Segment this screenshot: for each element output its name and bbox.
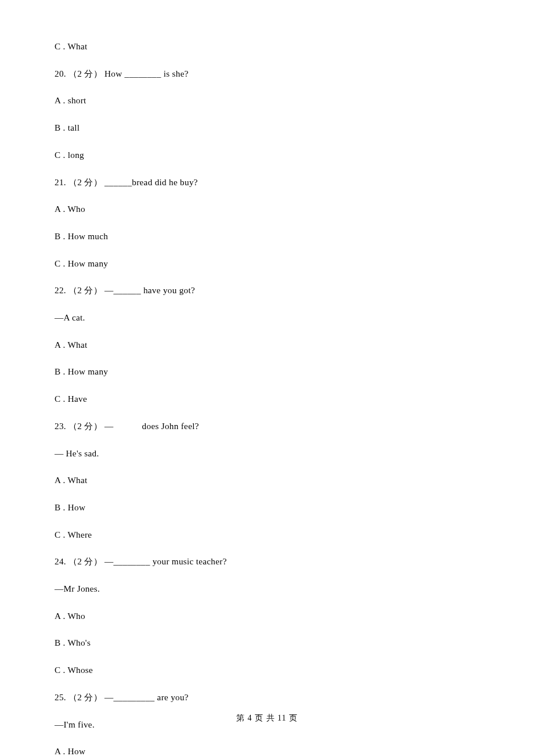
option-line: A . Who [55, 611, 479, 620]
answer-line: — He's sad. [55, 449, 479, 458]
option-line: A . short [55, 96, 479, 105]
answer-line: —A cat. [55, 313, 479, 322]
option-line: A . What [55, 340, 479, 349]
option-line: C . Whose [55, 665, 479, 674]
option-line: B . How [55, 503, 479, 512]
question-line: 23. （2 分） — does John feel? [55, 422, 479, 430]
option-line: C . long [55, 150, 479, 159]
question-line: 22. （2 分） —______ have you got? [55, 286, 479, 294]
option-line: B . Who's [55, 638, 479, 647]
document-content: C . What 20. （2 分） How ________ is she? … [0, 0, 534, 756]
option-line: B . How much [55, 232, 479, 240]
option-line: A . What [55, 476, 479, 484]
option-line: B . How many [55, 367, 479, 376]
question-line: 20. （2 分） How ________ is she? [55, 69, 479, 78]
option-line: B . tall [55, 123, 479, 132]
option-line: A . Who [55, 204, 479, 213]
answer-line: —Mr Jones. [55, 584, 479, 593]
question-line: 24. （2 分） —________ your music teacher? [55, 557, 479, 566]
question-line: 25. （2 分） —_________ are you? [55, 693, 479, 701]
option-line: C . Have [55, 394, 479, 403]
page-footer: 第 4 页 共 11 页 [0, 713, 534, 723]
option-line: A . How [55, 747, 479, 755]
option-line: C . How many [55, 259, 479, 268]
option-line: C . Where [55, 530, 479, 539]
option-line: C . What [55, 42, 479, 51]
question-line: 21. （2 分） ______bread did he buy? [55, 178, 479, 186]
